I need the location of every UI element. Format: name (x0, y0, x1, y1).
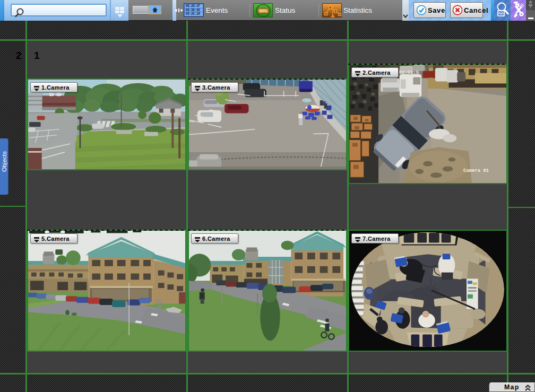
svg-text:50%: 50% (259, 8, 267, 13)
svg-text:Camera 01: Camera 01 (463, 168, 489, 173)
svg-text:02:51:5: 02:51:5 (399, 70, 419, 75)
